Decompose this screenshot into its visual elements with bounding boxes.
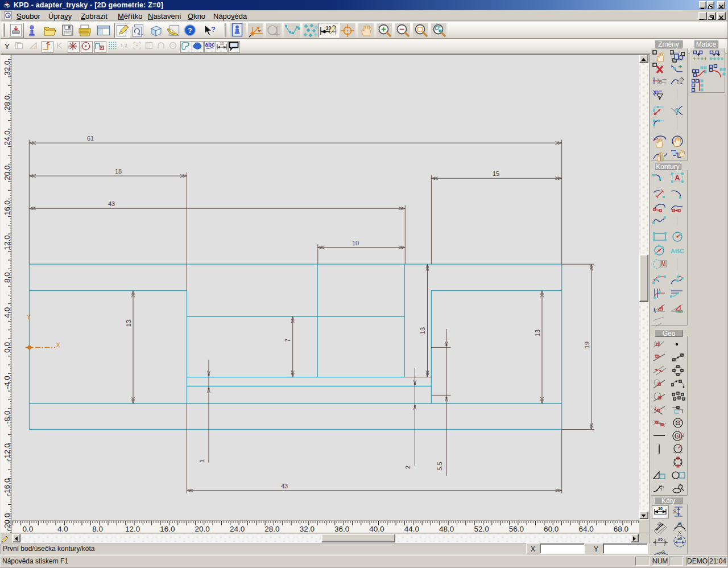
svg-text:ø5: ø5 [677, 537, 682, 541]
svg-text:2: 2 [404, 466, 411, 469]
svg-text:13: 13 [419, 327, 426, 334]
svg-text:-8.0: -8.0 [3, 410, 11, 423]
svg-text:28.0: 28.0 [264, 525, 279, 533]
svg-text:56.0: 56.0 [509, 525, 524, 533]
svg-text:36.0: 36.0 [334, 525, 349, 533]
svg-text:A: A [675, 174, 680, 182]
svg-text:A: A [660, 306, 663, 311]
svg-text:32.0: 32.0 [300, 525, 315, 533]
svg-text:10: 10 [673, 509, 677, 514]
svg-text:43: 43 [108, 200, 115, 207]
svg-text:16.0: 16.0 [3, 200, 11, 215]
svg-text:0.0: 0.0 [3, 342, 11, 353]
svg-text:10: 10 [658, 507, 663, 511]
svg-text:ABC: ABC [671, 248, 684, 254]
svg-text:13: 13 [125, 320, 132, 327]
svg-text:68.0: 68.0 [614, 525, 628, 533]
svg-text:Y: Y [27, 314, 31, 320]
svg-text:-20.0: -20.0 [3, 513, 11, 531]
svg-text:?: ? [188, 27, 192, 35]
svg-text:5.5: 5.5 [436, 462, 443, 470]
svg-text:19: 19 [584, 341, 590, 348]
svg-text:16.0: 16.0 [160, 525, 175, 533]
svg-text:4.0: 4.0 [57, 525, 68, 533]
svg-text:20.0: 20.0 [195, 525, 210, 533]
svg-text:12.0: 12.0 [125, 525, 140, 533]
svg-text:7: 7 [284, 339, 291, 342]
svg-text:1: 1 [198, 459, 205, 463]
svg-text:60.0: 60.0 [544, 525, 559, 533]
svg-text:44.0: 44.0 [404, 525, 419, 533]
svg-text:abc: abc [205, 42, 215, 48]
svg-text:-12.0: -12.0 [3, 443, 11, 461]
svg-text:0.0: 0.0 [23, 525, 34, 533]
svg-text:64.0: 64.0 [578, 525, 593, 533]
svg-text:ø5: ø5 [658, 537, 663, 541]
svg-text:24.0: 24.0 [3, 130, 11, 145]
svg-text:45: 45 [677, 522, 682, 526]
svg-text:61: 61 [87, 135, 94, 142]
svg-text:X: X [56, 342, 60, 348]
svg-text:10: 10 [352, 240, 359, 246]
svg-text:48.0: 48.0 [439, 525, 454, 533]
svg-text:28.0: 28.0 [3, 96, 11, 110]
svg-text:4.0: 4.0 [3, 307, 11, 318]
svg-text:40.0: 40.0 [369, 525, 384, 533]
svg-text:-16.0: -16.0 [3, 478, 11, 496]
svg-text:8.0: 8.0 [3, 272, 11, 283]
svg-text:8.0: 8.0 [92, 525, 103, 533]
svg-text:12.0: 12.0 [3, 235, 11, 250]
svg-text:13: 13 [534, 330, 541, 336]
svg-text:32.0: 32.0 [3, 60, 11, 75]
svg-text:10: 10 [220, 42, 224, 46]
svg-text:18: 18 [115, 168, 122, 175]
svg-text:-4.0: -4.0 [3, 376, 11, 389]
svg-text:24.0: 24.0 [230, 525, 245, 533]
svg-text:52.0: 52.0 [474, 525, 489, 533]
svg-text:20.0: 20.0 [3, 166, 11, 180]
svg-text:?: ? [211, 25, 216, 34]
svg-text:43: 43 [281, 483, 288, 489]
svg-text:ISO: ISO [676, 310, 684, 314]
svg-text:1,2,..: 1,2,.. [121, 43, 131, 48]
svg-text:15: 15 [493, 170, 499, 177]
svg-text:M: M [661, 261, 665, 267]
